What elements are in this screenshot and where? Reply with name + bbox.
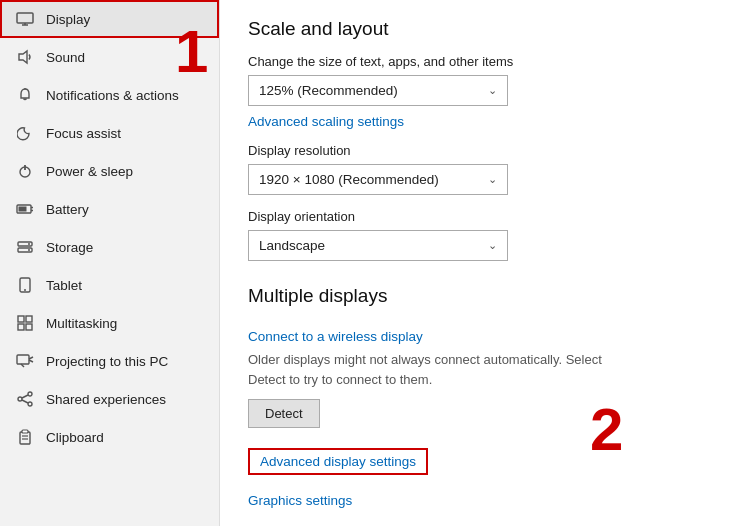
multiple-displays-section: Multiple displays Connect to a wireless … [248, 285, 704, 508]
scale-layout-title: Scale and layout [248, 18, 704, 40]
sidebar-item-storage[interactable]: Storage [0, 228, 219, 266]
shared-icon [16, 390, 34, 408]
sidebar-item-label: Shared experiences [46, 392, 166, 407]
resolution-value: 1920 × 1080 (Recommended) [259, 172, 439, 187]
annotation-1: 1 [175, 22, 208, 82]
svg-point-26 [18, 397, 22, 401]
svg-line-28 [22, 395, 28, 398]
tablet-icon [16, 276, 34, 294]
svg-rect-31 [22, 430, 28, 433]
notification-icon [16, 86, 34, 104]
svg-marker-3 [19, 51, 27, 63]
sidebar-item-tablet[interactable]: Tablet [0, 266, 219, 304]
detect-button[interactable]: Detect [248, 399, 320, 428]
power-icon [16, 162, 34, 180]
speaker-icon [16, 48, 34, 66]
sidebar-item-clipboard[interactable]: Clipboard [0, 418, 219, 456]
monitor-icon [16, 10, 34, 28]
sidebar-item-shared[interactable]: Shared experiences [0, 380, 219, 418]
sidebar-item-label: Storage [46, 240, 93, 255]
clipboard-icon [16, 428, 34, 446]
sidebar-item-label: Projecting to this PC [46, 354, 168, 369]
orientation-label: Display orientation [248, 209, 704, 224]
chevron-down-icon: ⌄ [488, 239, 497, 252]
sidebar-item-label: Multitasking [46, 316, 117, 331]
svg-point-25 [28, 392, 32, 396]
orientation-value: Landscape [259, 238, 325, 253]
sidebar-item-power[interactable]: Power & sleep [0, 152, 219, 190]
sidebar-item-focus-assist[interactable]: Focus assist [0, 114, 219, 152]
sidebar-item-label: Battery [46, 202, 89, 217]
svg-line-29 [22, 400, 28, 403]
svg-point-16 [24, 289, 26, 291]
wireless-display-link[interactable]: Connect to a wireless display [248, 329, 423, 344]
svg-rect-10 [19, 207, 27, 212]
svg-point-14 [28, 249, 30, 251]
sidebar-item-label: Clipboard [46, 430, 104, 445]
sidebar-item-multitasking[interactable]: Multitasking [0, 304, 219, 342]
storage-icon [16, 238, 34, 256]
sidebar-item-label: Focus assist [46, 126, 121, 141]
svg-rect-30 [20, 432, 30, 444]
wireless-display-desc: Older displays might not always connect … [248, 350, 618, 389]
chevron-down-icon: ⌄ [488, 173, 497, 186]
project-icon [16, 352, 34, 370]
scale-dropdown[interactable]: 125% (Recommended) ⌄ [248, 75, 508, 106]
chevron-down-icon: ⌄ [488, 84, 497, 97]
resolution-label: Display resolution [248, 143, 704, 158]
svg-rect-19 [18, 324, 24, 330]
graphics-settings-link[interactable]: Graphics settings [248, 493, 352, 508]
scale-label: Change the size of text, apps, and other… [248, 54, 704, 69]
sidebar-item-label: Display [46, 12, 90, 27]
svg-rect-21 [17, 355, 29, 364]
multiple-displays-title: Multiple displays [248, 285, 704, 307]
sidebar-item-label: Power & sleep [46, 164, 133, 179]
svg-point-27 [28, 402, 32, 406]
sidebar-item-label: Tablet [46, 278, 82, 293]
sidebar-item-label: Sound [46, 50, 85, 65]
sidebar-item-projecting[interactable]: Projecting to this PC [0, 342, 219, 380]
svg-rect-17 [18, 316, 24, 322]
advanced-scaling-link[interactable]: Advanced scaling settings [248, 114, 404, 129]
svg-rect-20 [26, 324, 32, 330]
battery-icon [16, 200, 34, 218]
scale-value: 125% (Recommended) [259, 83, 398, 98]
multitask-icon [16, 314, 34, 332]
sidebar-item-label: Notifications & actions [46, 88, 179, 103]
advanced-display-link[interactable]: Advanced display settings [248, 448, 428, 475]
svg-rect-18 [26, 316, 32, 322]
svg-point-13 [28, 243, 30, 245]
sidebar-item-battery[interactable]: Battery [0, 190, 219, 228]
orientation-dropdown[interactable]: Landscape ⌄ [248, 230, 508, 261]
main-content: Scale and layout Change the size of text… [220, 0, 732, 526]
resolution-dropdown[interactable]: 1920 × 1080 (Recommended) ⌄ [248, 164, 508, 195]
annotation-2: 2 [590, 400, 623, 460]
moon-icon [16, 124, 34, 142]
svg-rect-0 [17, 13, 33, 23]
